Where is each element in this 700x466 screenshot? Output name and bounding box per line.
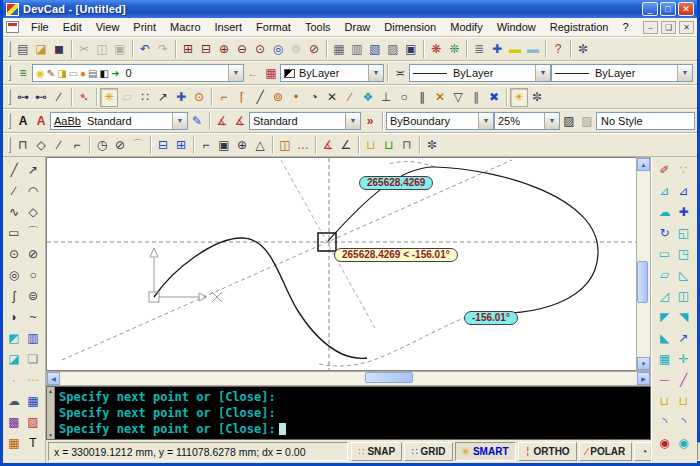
dim-ordinate-button[interactable]: ⌐ [68, 136, 86, 155]
spline-tool[interactable]: ʃ [5, 286, 23, 305]
snap-insert-button[interactable]: ❖ [359, 88, 377, 107]
pattern-tool[interactable]: ▦ [5, 433, 23, 452]
layer-print-icon[interactable]: ▤ [88, 68, 97, 79]
dim-more-button[interactable]: » [361, 112, 379, 131]
layer-editable-icon[interactable]: ✎ [47, 68, 55, 79]
color-palette-icon[interactable]: ▦ [262, 64, 280, 83]
hatch-scale-select[interactable]: 25% ▼ [494, 112, 560, 130]
grid-toggle[interactable]: ∷GRID [404, 442, 452, 461]
cloud-tool[interactable]: ☁ [5, 391, 23, 410]
wizard-button[interactable]: ✼ [574, 40, 592, 59]
weld2-tool[interactable]: ⊔ [675, 391, 693, 410]
dim-text-button[interactable]: ▣ [215, 136, 233, 155]
menu-format[interactable]: Format [249, 19, 298, 35]
layer-lock-icon[interactable]: ◨ [57, 68, 66, 79]
menu-file[interactable]: File [24, 19, 56, 35]
dim-diameter-button[interactable]: ⊘ [111, 136, 129, 155]
zoom-previous-button[interactable]: ⊙ [251, 40, 269, 59]
chevron-down-icon[interactable]: ▼ [677, 65, 692, 81]
chevron-down-icon[interactable]: ▼ [368, 65, 383, 81]
paste-button[interactable]: ▣ [111, 40, 129, 59]
snap-polygon-button[interactable]: ▱ [118, 88, 136, 107]
menu-print[interactable]: Print [126, 19, 163, 35]
snap-reference-button[interactable]: ➴ [75, 88, 93, 107]
maximize-button[interactable]: □ [660, 2, 676, 16]
menu-help[interactable]: ? [615, 19, 635, 35]
layer-frozen-icon[interactable]: ▭ [69, 68, 78, 79]
text-edit-button[interactable]: ✎ [188, 112, 206, 131]
new-button[interactable]: ▤ [14, 40, 32, 59]
cut-button[interactable]: ✂ [75, 40, 93, 59]
import-shape-button[interactable]: ❊ [445, 40, 463, 59]
toolbar-grip[interactable] [8, 137, 11, 153]
snap-cross-button[interactable]: ✚ [172, 88, 190, 107]
copy-button[interactable]: ◫ [93, 40, 111, 59]
corner-round2-tool[interactable]: ◝ [675, 412, 693, 431]
polygon-tool[interactable]: ◇ [24, 202, 42, 221]
linetype-manager-button[interactable]: ≍ [391, 64, 409, 83]
circle-radius-tool[interactable]: ⊙ [5, 244, 23, 263]
lineweight-select[interactable]: ByLayer ▼ [551, 64, 693, 82]
chevron-down-icon[interactable]: ▼ [345, 113, 360, 129]
dim-more-button[interactable]: … [294, 136, 312, 155]
horizontal-scrollbar[interactable]: ◀ ▶ [46, 371, 651, 386]
snap-center-button[interactable]: ⊚ [269, 88, 287, 107]
snap-toggle[interactable]: ∷SNAP [351, 442, 402, 461]
curve-tool[interactable]: ~ [24, 307, 42, 326]
dim-style2-button[interactable]: ∡ [231, 112, 249, 131]
menu-modify[interactable]: Modify [443, 19, 489, 35]
cloud-edit-tool[interactable]: ☁ [656, 202, 674, 221]
snap-circle-button[interactable]: ⊙ [190, 88, 208, 107]
center-mark-button[interactable]: ⊕ [233, 136, 251, 155]
zoom-scale-button[interactable]: ⊘ [305, 40, 323, 59]
previous-layer-button[interactable]: ← [244, 64, 262, 83]
scroll-left-icon[interactable]: ◀ [47, 372, 60, 385]
ray-tool[interactable]: ∕ [5, 181, 23, 200]
layer-on-icon[interactable]: ◉ [36, 68, 45, 79]
dim-oblique-button[interactable]: ∠ [337, 136, 355, 155]
block-tool[interactable]: ▩ [5, 412, 23, 431]
snap-segment-button[interactable]: ∕ [50, 88, 68, 107]
arc-3pt-tool[interactable]: ⌒ [24, 223, 42, 242]
close-button[interactable]: ✕ [678, 2, 694, 16]
zoom-dynamic-button[interactable]: ⊟ [197, 40, 215, 59]
offset-tool[interactable]: ⊿ [656, 181, 674, 200]
snap-grid-button[interactable]: ∷ [136, 88, 154, 107]
linetype-select[interactable]: ByLayer ▼ [409, 64, 551, 82]
points-multiple-tool[interactable]: ⋯ [24, 370, 42, 389]
style-name-field[interactable]: No Style [596, 112, 695, 130]
tag-tool[interactable]: ❏ [24, 349, 42, 368]
command-window[interactable]: ▲▼ Specify next point or [Close]:Specify… [46, 386, 651, 440]
text-tool[interactable]: T [24, 433, 42, 452]
point-display-button[interactable]: ∷ [693, 64, 697, 83]
menu-insert[interactable]: Insert [208, 19, 250, 35]
command-splitter[interactable]: ▲▼ [47, 387, 55, 439]
scroll-down-icon[interactable]: ▼ [637, 357, 650, 370]
polyline-tool[interactable]: ∿ [5, 202, 23, 221]
dim-anchor-top-button[interactable]: ⊓ [398, 136, 416, 155]
undo-button[interactable]: ↶ [136, 40, 154, 59]
snap-endpoint-button[interactable]: ⊷ [32, 88, 50, 107]
menu-registration[interactable]: Registration [543, 19, 616, 35]
dim-wizard-button[interactable]: ✼ [423, 136, 441, 155]
resize-tool[interactable]: ◱ [675, 223, 693, 242]
project-tool[interactable]: ◣ [656, 328, 674, 347]
zoom-window-button[interactable]: ⊞ [179, 40, 197, 59]
ortho-toggle[interactable]: ╎ORTHO [518, 442, 577, 461]
document-icon[interactable] [6, 21, 19, 33]
vertical-scrollbar[interactable]: ▲ ▼ [636, 157, 651, 371]
child-minimize-button[interactable]: – [643, 21, 658, 34]
snap-disable-button[interactable]: ✖ [485, 88, 503, 107]
stretch-tool[interactable]: ▭ [656, 244, 674, 263]
hscroll-track[interactable] [60, 372, 637, 385]
menu-window[interactable]: Window [490, 19, 543, 35]
text-style-select[interactable]: AaBb Standard ▼ [50, 112, 188, 130]
snap-angle-button[interactable]: ╱ [251, 88, 269, 107]
ellipse-tool[interactable]: ⊜ [24, 286, 42, 305]
snap-none-button[interactable]: ▽ [449, 88, 467, 107]
erase-tool[interactable]: ✐ [656, 160, 674, 179]
minimize-button[interactable]: _ [642, 2, 658, 16]
export-shape-button[interactable]: ❋ [427, 40, 445, 59]
arc-endpoint-tool[interactable]: ◠ [24, 181, 42, 200]
leader-button[interactable]: ⌐ [197, 136, 215, 155]
